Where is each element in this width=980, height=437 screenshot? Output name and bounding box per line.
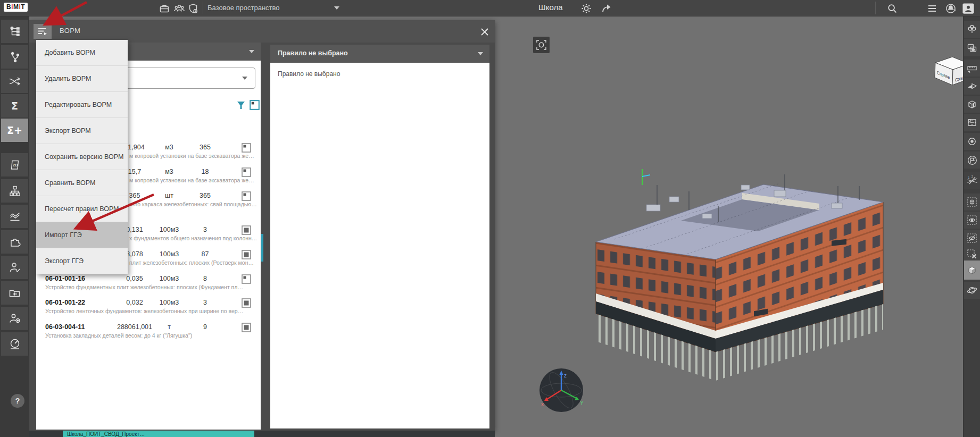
shaded-cube-icon (967, 265, 977, 275)
select-region-button[interactable] (250, 100, 260, 110)
svg-text:2D: 2D (13, 163, 18, 167)
line-chart-icon (9, 211, 21, 222)
corner-square-icon[interactable] (242, 191, 251, 201)
list-scrollbar[interactable] (261, 234, 263, 262)
corner-square-icon[interactable] (242, 274, 251, 284)
sidebar-item-export-folder[interactable] (1, 281, 28, 305)
sidebar-item-user-location[interactable] (1, 307, 28, 330)
menu-item-export-gge[interactable]: Экспорт ГГЭ (36, 248, 128, 274)
share-icon[interactable] (600, 3, 612, 14)
toolbar-show-button[interactable] (964, 212, 980, 229)
orbit-icon (967, 285, 977, 296)
sidebar-item-plugins[interactable] (1, 230, 28, 254)
toolbar-scene-tree-button[interactable] (964, 21, 980, 38)
menu-item-import-gge[interactable]: Импорт ГГЭ (36, 222, 128, 248)
menu-item-recalc-rules-vorm[interactable]: Пересчет правил ВОРМ (36, 196, 128, 222)
team-icon[interactable] (173, 3, 185, 14)
active-model-tab[interactable]: Школа_ПОИТ_СВОД_Проект… (63, 431, 254, 437)
toolbar-section-box-button[interactable] (964, 96, 980, 113)
norm-row[interactable]: 06-01-001-16 0,035 100м3 8 Устройство фу… (36, 275, 261, 298)
menu-item-save-version-vorm[interactable]: Сохранить версию ВОРМ (36, 144, 128, 170)
row-unit: 100м3 (151, 299, 188, 306)
user-check-icon (9, 262, 21, 273)
sidebar-item-2d[interactable]: 2D (1, 153, 28, 177)
user-location-icon (9, 313, 21, 324)
sidebar-item-dashboard[interactable] (1, 332, 28, 356)
toolbar-orbit-button[interactable] (964, 282, 980, 299)
menu-item-compare-vorm[interactable]: Сравнить ВОРМ (36, 170, 128, 196)
sigma-plus-icon: Σ+ (7, 124, 22, 136)
sidebar-item-user-check[interactable] (1, 256, 28, 279)
row-description: Устройство фундаментных плит железобетон… (45, 284, 256, 290)
2d-view-icon: 2D (9, 159, 21, 171)
close-panel-button[interactable] (479, 26, 491, 38)
toolbar-hide-button[interactable] (964, 230, 980, 247)
viewport-focus-button[interactable] (533, 37, 550, 53)
toolbar-shaded-view-button[interactable] (964, 260, 980, 280)
axis-gizmo[interactable]: z x Y (537, 366, 586, 415)
account-icon[interactable] (962, 3, 974, 14)
list-icon[interactable] (926, 3, 938, 14)
menu-item-delete-vorm[interactable]: Удалить ВОРМ (36, 66, 128, 92)
sidebar-item-versions[interactable] (1, 45, 28, 69)
shield-icon[interactable] (187, 3, 199, 14)
gear-icon[interactable] (580, 3, 592, 14)
row-unit: м3 (151, 168, 188, 175)
row-code: 06-03-004-11 (45, 323, 85, 331)
logo-b: B (6, 3, 11, 11)
toolbar-selection-sets-button[interactable] (964, 39, 980, 56)
sidebar-item-model-tree[interactable] (1, 20, 28, 43)
sidebar-item-mapping[interactable] (1, 70, 28, 93)
filled-square-icon[interactable] (242, 225, 251, 235)
filter-funnel-icon (237, 101, 245, 110)
vorm-menu-button[interactable] (34, 24, 52, 39)
toolbar-axis-levels-button[interactable]: 12 (964, 172, 980, 189)
sigma-icon: Σ (11, 100, 18, 112)
filled-square-icon[interactable] (242, 323, 251, 332)
row-unit: 100м3 (151, 275, 188, 282)
filter-button[interactable] (237, 101, 245, 110)
menu-item-edit-vorm[interactable]: Редактировать ВОРМ (36, 92, 128, 118)
right-toolbar: 12 (963, 16, 980, 437)
toolbar-isolate-button[interactable] (964, 194, 980, 211)
chevron-down-icon (242, 77, 247, 80)
filled-square-icon[interactable] (242, 298, 251, 308)
workspace-caret-icon[interactable] (334, 6, 339, 10)
sidebar-item-graphs[interactable] (1, 205, 28, 228)
corner-square-icon[interactable] (242, 143, 251, 153)
toolbar-section-plane-button[interactable] (964, 78, 980, 95)
row-description: ного каркаса железобетонных: свай площад… (129, 201, 256, 207)
toolbar-flag-button[interactable] (964, 152, 980, 169)
logo-m: M (13, 3, 19, 11)
sidebar-item-structure[interactable] (1, 179, 28, 203)
row-count: 87 (188, 250, 222, 258)
norm-row[interactable]: 06-01-001-22 0,032 100м3 3 Устройство ле… (36, 299, 261, 322)
show-box-icon (967, 215, 977, 225)
notifications-icon[interactable] (945, 3, 957, 14)
bimit-logo[interactable]: BiMiT (4, 3, 28, 12)
menu-item-add-vorm[interactable]: Добавить ВОРМ (36, 40, 128, 66)
selection-sets-icon (967, 43, 977, 53)
toolbar-measure-button[interactable] (964, 60, 980, 77)
briefcase-icon[interactable] (159, 3, 170, 14)
row-unit: т (151, 323, 188, 331)
workspace-selector[interactable]: Базовое пространство (207, 4, 280, 12)
help-button[interactable]: ? (11, 394, 24, 408)
gizmo-x-label: x (541, 401, 544, 407)
toolbar-floor-plan-button[interactable] (964, 114, 980, 131)
menu-item-export-vorm[interactable]: Экспорт ВОРМ (36, 118, 128, 144)
sidebar-item-sigma[interactable]: Σ (1, 94, 28, 117)
toolbar-focus-button[interactable] (964, 133, 980, 150)
building-model (553, 138, 894, 388)
corner-square-icon[interactable] (242, 167, 251, 177)
norm-row[interactable]: 06-03-004-11 288061,001 т 9 Установка за… (36, 323, 261, 347)
row-description: х фундаментов общего назначения под коло… (129, 235, 256, 241)
top-bar: BiMiT Базовое пространство Школа (0, 0, 980, 16)
rule-selector-dropdown[interactable]: Правило не выбрано (270, 45, 489, 63)
sidebar-item-sigma-plus[interactable]: Σ+ (1, 119, 28, 142)
axis-levels-icon: 12 (967, 175, 978, 186)
search-icon[interactable] (886, 3, 898, 14)
filled-square-icon[interactable] (242, 250, 251, 259)
row-count: 3 (188, 226, 222, 233)
row-count: 8 (188, 275, 222, 282)
